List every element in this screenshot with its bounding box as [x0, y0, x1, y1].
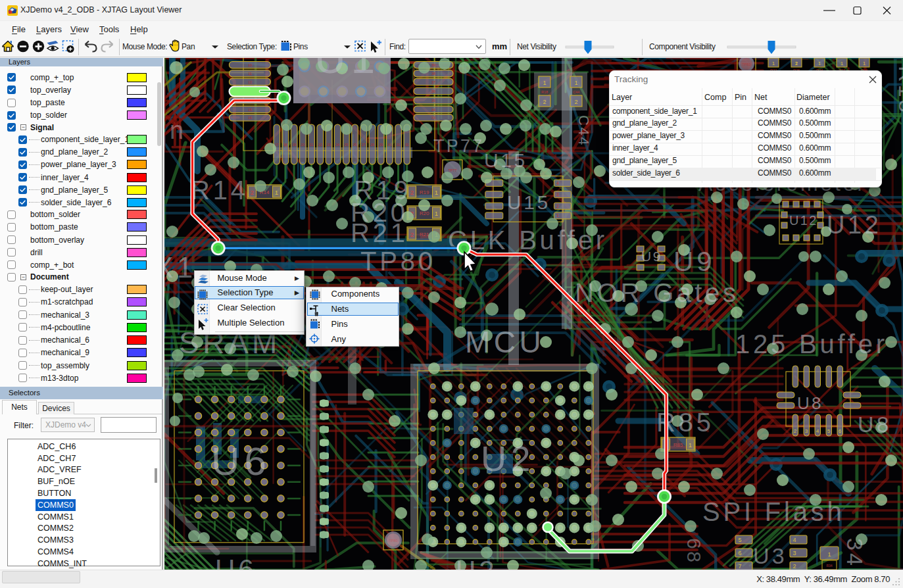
- svg-text:U15: U15: [484, 149, 527, 171]
- svg-text:U2: U2: [456, 555, 498, 570]
- svg-text:X1: X1: [164, 251, 196, 283]
- svg-text:34: 34: [842, 538, 867, 568]
- svg-text:R20: R20: [420, 210, 429, 216]
- svg-text:24: 24: [335, 143, 339, 147]
- svg-text:32: 32: [405, 143, 409, 147]
- svg-text:26: 26: [353, 143, 357, 147]
- svg-text:2: 2: [795, 61, 798, 66]
- svg-text:TP77: TP77: [448, 168, 456, 172]
- svg-text:6: 6: [738, 550, 741, 556]
- svg-text:2: 2: [543, 99, 546, 105]
- svg-text:U6: U6: [215, 554, 257, 570]
- svg-text:34: 34: [431, 108, 435, 112]
- svg-text:U9: U9: [641, 249, 662, 264]
- svg-text:29: 29: [379, 143, 383, 147]
- svg-text:18: 18: [283, 143, 287, 147]
- svg-text:20: 20: [301, 143, 305, 147]
- svg-text:U8: U8: [858, 412, 892, 437]
- svg-text:23: 23: [327, 143, 331, 147]
- svg-text:39: 39: [431, 63, 435, 67]
- svg-text:21: 21: [310, 143, 314, 147]
- svg-text:2: 2: [794, 428, 797, 434]
- svg-text:R34: R34: [826, 564, 832, 568]
- svg-text:25: 25: [345, 143, 349, 147]
- svg-text:125 Buffer: 125 Buffer: [735, 330, 888, 358]
- svg-text:1: 1: [841, 61, 844, 66]
- svg-text:19: 19: [292, 143, 296, 147]
- svg-text:U9: U9: [673, 246, 716, 277]
- svg-text:4: 4: [556, 181, 559, 185]
- svg-text:C44: C44: [575, 115, 592, 147]
- svg-text:2: 2: [556, 204, 559, 208]
- svg-text:2: 2: [410, 231, 414, 238]
- svg-text:TP80: TP80: [360, 247, 436, 276]
- svg-text:U3: U3: [753, 543, 787, 568]
- svg-text:7: 7: [738, 563, 741, 570]
- svg-text:R18: R18: [541, 90, 548, 94]
- svg-text:U12: U12: [827, 211, 882, 239]
- svg-text:5: 5: [738, 537, 741, 543]
- svg-text:R14: R14: [191, 176, 249, 205]
- svg-text:U2: U2: [481, 439, 535, 478]
- svg-text:1: 1: [689, 441, 692, 449]
- svg-text:1: 1: [818, 61, 821, 66]
- svg-text:16: 16: [248, 116, 252, 120]
- svg-text:1: 1: [574, 80, 577, 86]
- svg-text:C44: C44: [573, 90, 579, 94]
- svg-text:1: 1: [435, 189, 438, 196]
- svg-text:1: 1: [863, 61, 866, 66]
- svg-text:R21: R21: [351, 218, 408, 247]
- svg-text:4: 4: [816, 428, 819, 434]
- svg-text:30: 30: [388, 143, 392, 147]
- svg-text:37: 37: [431, 80, 435, 84]
- svg-text:36: 36: [431, 89, 435, 93]
- svg-text:U1: U1: [314, 58, 380, 82]
- svg-text:4: 4: [793, 537, 796, 543]
- svg-text:2: 2: [793, 563, 796, 570]
- svg-text:R21: R21: [420, 232, 429, 237]
- svg-text:3: 3: [805, 428, 808, 434]
- svg-text:MCU: MCU: [465, 325, 545, 359]
- svg-text:31: 31: [397, 143, 401, 147]
- svg-text:10: 10: [248, 63, 252, 67]
- svg-text:1: 1: [556, 213, 559, 218]
- svg-text:12: 12: [248, 80, 252, 84]
- svg-text:1: 1: [275, 189, 278, 196]
- svg-text:28: 28: [370, 143, 374, 147]
- svg-text:1: 1: [772, 61, 775, 66]
- svg-text:1: 1: [435, 210, 438, 217]
- svg-text:R85: R85: [673, 442, 683, 448]
- svg-text:68: 68: [683, 538, 705, 565]
- svg-text:3: 3: [793, 550, 796, 556]
- svg-text:33: 33: [431, 116, 435, 120]
- svg-text:NOR Gates: NOR Gates: [575, 278, 739, 307]
- svg-text:R18: R18: [894, 66, 903, 115]
- svg-text:11: 11: [248, 72, 252, 76]
- svg-text:U12: U12: [789, 213, 818, 228]
- svg-text:1: 1: [543, 80, 546, 86]
- svg-text:22: 22: [318, 143, 322, 147]
- svg-text:U6: U6: [211, 439, 271, 483]
- svg-text:n: n: [170, 116, 187, 144]
- svg-text:3: 3: [556, 192, 559, 197]
- svg-text:2: 2: [251, 189, 254, 196]
- svg-text:38: 38: [431, 72, 435, 76]
- svg-text:2: 2: [574, 99, 577, 105]
- svg-text:1: 1: [827, 551, 831, 558]
- svg-text:R19: R19: [420, 189, 429, 195]
- svg-text:15: 15: [248, 108, 252, 112]
- svg-text:35: 35: [431, 99, 435, 103]
- svg-text:27: 27: [362, 143, 366, 147]
- svg-text:SPI Flash: SPI Flash: [702, 497, 845, 526]
- svg-text:6: 6: [839, 428, 842, 434]
- svg-text:TP77: TP77: [433, 136, 484, 156]
- svg-text:5: 5: [827, 428, 831, 434]
- svg-text:U8: U8: [797, 393, 823, 413]
- svg-text:U15: U15: [507, 191, 550, 213]
